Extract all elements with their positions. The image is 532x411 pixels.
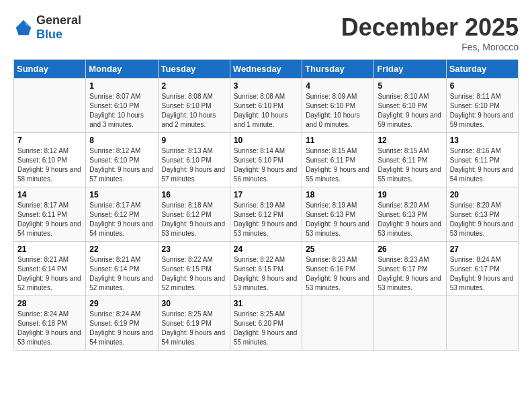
calendar-cell: 10 Sunrise: 8:14 AM Sunset: 6:10 PM Dayl…	[230, 133, 302, 187]
daylight: Daylight: 9 hours and 57 minutes.	[89, 166, 153, 183]
day-info: Sunrise: 8:24 AM Sunset: 6:18 PM Dayligh…	[17, 310, 82, 347]
day-info: Sunrise: 8:24 AM Sunset: 6:17 PM Dayligh…	[450, 255, 515, 293]
day-info: Sunrise: 8:21 AM Sunset: 6:14 PM Dayligh…	[89, 255, 154, 293]
weekday-header: Thursday	[302, 60, 374, 79]
sunrise: Sunrise: 8:21 AM	[89, 256, 140, 263]
daylight: Daylight: 9 hours and 53 minutes.	[17, 329, 81, 346]
calendar-cell	[302, 296, 374, 351]
sunrise: Sunrise: 8:08 AM	[234, 93, 285, 100]
daylight: Daylight: 10 hours and 1 minute.	[234, 111, 288, 128]
sunset: Sunset: 6:11 PM	[17, 211, 67, 218]
daylight: Daylight: 9 hours and 54 minutes.	[450, 166, 514, 183]
weekday-header: Friday	[374, 60, 446, 79]
daylight: Daylight: 9 hours and 53 minutes.	[234, 220, 298, 237]
sunrise: Sunrise: 8:11 AM	[450, 93, 501, 100]
day-number: 2	[162, 81, 226, 91]
sunrise: Sunrise: 8:18 AM	[162, 201, 213, 209]
daylight: Daylight: 9 hours and 55 minutes.	[234, 329, 298, 346]
sunset: Sunset: 6:12 PM	[234, 211, 283, 218]
sunset: Sunset: 6:13 PM	[306, 211, 355, 218]
calendar-cell	[446, 296, 518, 351]
day-number: 17	[234, 190, 298, 199]
day-info: Sunrise: 8:25 AM Sunset: 6:19 PM Dayligh…	[162, 310, 226, 347]
svg-marker-0	[16, 20, 32, 36]
sunrise: Sunrise: 8:17 AM	[89, 201, 140, 209]
sunset: Sunset: 6:10 PM	[162, 156, 212, 164]
day-info: Sunrise: 8:12 AM Sunset: 6:10 PM Dayligh…	[89, 146, 154, 184]
day-info: Sunrise: 8:23 AM Sunset: 6:17 PM Dayligh…	[378, 255, 442, 293]
weekday-header: Monday	[86, 60, 158, 79]
day-number: 28	[17, 299, 82, 308]
daylight: Daylight: 9 hours and 52 minutes.	[17, 275, 81, 291]
day-number: 20	[450, 190, 515, 199]
day-info: Sunrise: 8:15 AM Sunset: 6:11 PM Dayligh…	[378, 146, 442, 184]
weekday-header: Tuesday	[158, 60, 230, 79]
weekday-header-row: SundayMondayTuesdayWednesdayThursdayFrid…	[14, 60, 519, 79]
daylight: Daylight: 9 hours and 59 minutes.	[450, 111, 514, 128]
day-number: 16	[162, 190, 226, 199]
weekday-header: Saturday	[446, 60, 518, 79]
daylight: Daylight: 9 hours and 53 minutes.	[306, 220, 369, 237]
daylight: Daylight: 9 hours and 53 minutes.	[306, 275, 369, 291]
sunset: Sunset: 6:10 PM	[306, 102, 355, 109]
day-number: 21	[17, 244, 82, 254]
day-info: Sunrise: 8:11 AM Sunset: 6:10 PM Dayligh…	[450, 92, 515, 130]
calendar-cell: 5 Sunrise: 8:10 AM Sunset: 6:10 PM Dayli…	[374, 79, 446, 133]
sunset: Sunset: 6:18 PM	[17, 320, 67, 327]
day-number: 12	[378, 136, 442, 145]
day-number: 14	[17, 190, 82, 199]
sunset: Sunset: 6:11 PM	[306, 156, 355, 164]
calendar-cell: 8 Sunrise: 8:12 AM Sunset: 6:10 PM Dayli…	[86, 133, 158, 187]
day-number: 25	[306, 244, 370, 254]
sunrise: Sunrise: 8:24 AM	[89, 310, 140, 318]
day-number: 5	[378, 81, 442, 91]
day-info: Sunrise: 8:20 AM Sunset: 6:13 PM Dayligh…	[378, 201, 442, 238]
daylight: Daylight: 9 hours and 54 minutes.	[89, 220, 153, 237]
calendar-cell: 7 Sunrise: 8:12 AM Sunset: 6:10 PM Dayli…	[14, 133, 86, 187]
sunrise: Sunrise: 8:23 AM	[306, 256, 357, 263]
daylight: Daylight: 9 hours and 59 minutes.	[378, 111, 441, 128]
page-header: General Blue December 2025 Fes, Morocco	[13, 13, 519, 52]
sunrise: Sunrise: 8:19 AM	[306, 201, 357, 209]
day-number: 6	[450, 81, 515, 91]
day-number: 27	[450, 244, 515, 254]
daylight: Daylight: 9 hours and 53 minutes.	[234, 275, 298, 291]
sunset: Sunset: 6:10 PM	[162, 102, 212, 109]
day-number: 26	[378, 244, 442, 254]
calendar-cell: 30 Sunrise: 8:25 AM Sunset: 6:19 PM Dayl…	[158, 296, 230, 351]
day-number: 19	[378, 190, 442, 199]
day-info: Sunrise: 8:23 AM Sunset: 6:16 PM Dayligh…	[306, 255, 370, 293]
day-info: Sunrise: 8:18 AM Sunset: 6:12 PM Dayligh…	[162, 201, 226, 238]
calendar-cell: 1 Sunrise: 8:07 AM Sunset: 6:10 PM Dayli…	[86, 79, 158, 133]
sunrise: Sunrise: 8:12 AM	[89, 147, 140, 154]
sunset: Sunset: 6:15 PM	[162, 265, 212, 273]
sunset: Sunset: 6:19 PM	[162, 320, 212, 327]
sunrise: Sunrise: 8:12 AM	[17, 147, 69, 154]
calendar-cell: 25 Sunrise: 8:23 AM Sunset: 6:16 PM Dayl…	[302, 242, 374, 296]
day-number: 1	[89, 81, 154, 91]
calendar-cell: 28 Sunrise: 8:24 AM Sunset: 6:18 PM Dayl…	[14, 296, 86, 351]
sunrise: Sunrise: 8:20 AM	[378, 201, 429, 209]
day-info: Sunrise: 8:22 AM Sunset: 6:15 PM Dayligh…	[234, 255, 298, 293]
calendar-cell: 6 Sunrise: 8:11 AM Sunset: 6:10 PM Dayli…	[446, 79, 518, 133]
daylight: Daylight: 9 hours and 53 minutes.	[378, 220, 441, 237]
day-info: Sunrise: 8:09 AM Sunset: 6:10 PM Dayligh…	[306, 92, 370, 130]
sunset: Sunset: 6:13 PM	[378, 211, 427, 218]
day-info: Sunrise: 8:08 AM Sunset: 6:10 PM Dayligh…	[162, 92, 226, 130]
sunrise: Sunrise: 8:16 AM	[450, 147, 501, 154]
calendar-table: SundayMondayTuesdayWednesdayThursdayFrid…	[13, 59, 519, 351]
day-info: Sunrise: 8:25 AM Sunset: 6:20 PM Dayligh…	[234, 310, 298, 347]
day-info: Sunrise: 8:10 AM Sunset: 6:10 PM Dayligh…	[378, 92, 442, 130]
sunset: Sunset: 6:11 PM	[450, 156, 500, 164]
sunrise: Sunrise: 8:17 AM	[17, 201, 69, 209]
calendar-cell: 27 Sunrise: 8:24 AM Sunset: 6:17 PM Dayl…	[446, 242, 518, 296]
sunrise: Sunrise: 8:22 AM	[162, 256, 213, 263]
logo-icon	[13, 17, 34, 38]
day-info: Sunrise: 8:21 AM Sunset: 6:14 PM Dayligh…	[17, 255, 82, 293]
calendar-cell: 23 Sunrise: 8:22 AM Sunset: 6:15 PM Dayl…	[158, 242, 230, 296]
day-number: 3	[234, 81, 298, 91]
daylight: Daylight: 9 hours and 52 minutes.	[89, 275, 153, 291]
day-info: Sunrise: 8:22 AM Sunset: 6:15 PM Dayligh…	[162, 255, 226, 293]
daylight: Daylight: 9 hours and 55 minutes.	[306, 166, 369, 183]
sunset: Sunset: 6:12 PM	[89, 211, 139, 218]
